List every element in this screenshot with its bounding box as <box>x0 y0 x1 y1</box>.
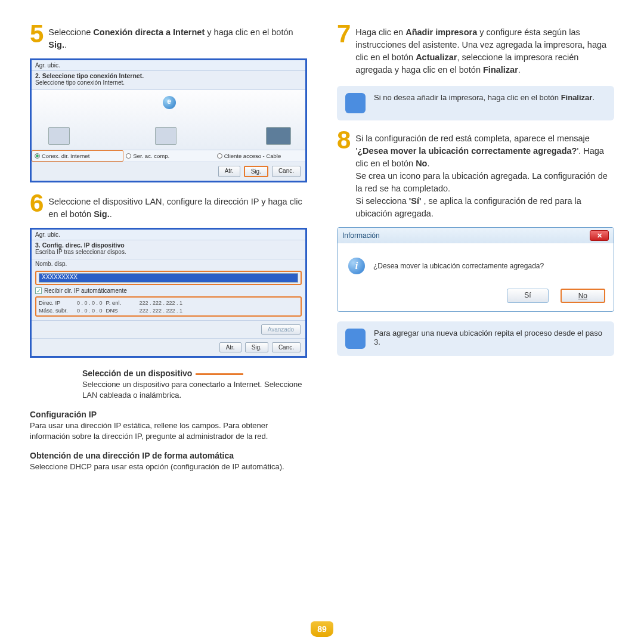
step-8-text: Si la configuración de red está completa… <box>355 130 614 220</box>
callout-auto-ip: Obtención de una dirección IP de forma a… <box>30 451 307 472</box>
step-6: 6 Seleccione el dispositivo LAN, configu… <box>30 193 307 221</box>
ip-fields-highlight: Direc. IP 0 . 0 . 0 . 0 P. enl. 222 . 22… <box>35 296 302 317</box>
step-number-7: 7 <box>337 21 351 76</box>
note-repeat: Para agregar una nueva ubicación repita … <box>337 321 614 356</box>
step-6-text: Seleccione el dispositivo LAN, configure… <box>48 193 307 221</box>
device-icon <box>266 127 291 145</box>
connection-diagram <box>32 90 305 150</box>
note-finalizar: Si no desea añadir la impresora, haga cl… <box>337 86 614 120</box>
cancel-button[interactable]: Canc. <box>272 166 301 177</box>
window-title: Agr. ubic. <box>32 230 305 240</box>
callout-device-selection: Selección de un dispositivo Seleccione u… <box>82 369 307 400</box>
step-number-8: 8 <box>337 128 351 220</box>
no-button[interactable]: No <box>561 289 605 303</box>
device-name-highlight: XXXXXXXXX <box>35 271 302 285</box>
option-shared-access[interactable]: Ser. ac. comp. <box>123 150 214 162</box>
cancel-button[interactable]: Canc. <box>272 342 301 352</box>
callout-ip-config: Configuración IP Para usar una dirección… <box>30 410 307 441</box>
window-title: Agr. ubic. <box>32 60 305 71</box>
step-7-text: Haga clic en Añadir impresora y configur… <box>355 24 614 76</box>
step-number-6: 6 <box>30 191 44 221</box>
info-icon: i <box>348 258 365 274</box>
right-column: 7 Haga clic en Añadir impresora y config… <box>337 24 614 472</box>
auto-ip-checkbox[interactable]: ✓Recibir dir. IP automáticamente <box>32 286 305 295</box>
step-8: 8 Si la configuración de red está comple… <box>337 130 614 220</box>
option-cable-client[interactable]: Cliente acceso - Cable <box>215 150 305 162</box>
device-name-input[interactable]: XXXXXXXXX <box>39 273 298 283</box>
note-icon <box>345 329 366 349</box>
step-7: 7 Haga clic en Añadir impresora y config… <box>337 24 614 76</box>
close-icon[interactable]: ✕ <box>590 230 609 241</box>
option-direct-internet[interactable]: Conex. dir. Internet <box>32 150 123 162</box>
screenshot-ip-config: Agr. ubic. 3. Config. direc. IP disposit… <box>30 228 307 358</box>
step-5-text: Seleccione Conexión directa a Internet y… <box>48 24 307 51</box>
page-number: 89 <box>311 621 333 637</box>
yes-button[interactable]: Sí <box>507 289 548 303</box>
note-text: Para agregar una nueva ubicación repita … <box>374 329 606 346</box>
advanced-button[interactable]: Avanzado <box>261 324 301 335</box>
next-button[interactable]: Sig. <box>245 342 268 352</box>
note-icon <box>345 93 366 113</box>
device-icon <box>48 127 70 145</box>
next-button[interactable]: Sig. <box>244 166 268 177</box>
device-icon <box>155 127 177 145</box>
step-number-5: 5 <box>30 21 44 51</box>
note-text: Si no desea añadir la impresora, haga cl… <box>374 93 595 102</box>
screenshot-connection-type: Agr. ubic. 2. Seleccione tipo conexión I… <box>30 58 307 182</box>
back-button[interactable]: Atr. <box>218 166 240 177</box>
internet-icon <box>163 96 176 109</box>
left-column: 5 Seleccione Conexión directa a Internet… <box>30 24 307 472</box>
dialog-message: ¿Desea mover la ubicación correctamente … <box>373 262 544 270</box>
back-button[interactable]: Atr. <box>219 342 242 352</box>
dialog-title: Información <box>342 231 380 240</box>
info-dialog: Información ✕ i ¿Desea mover la ubicació… <box>337 227 614 312</box>
step-5: 5 Seleccione Conexión directa a Internet… <box>30 24 307 51</box>
